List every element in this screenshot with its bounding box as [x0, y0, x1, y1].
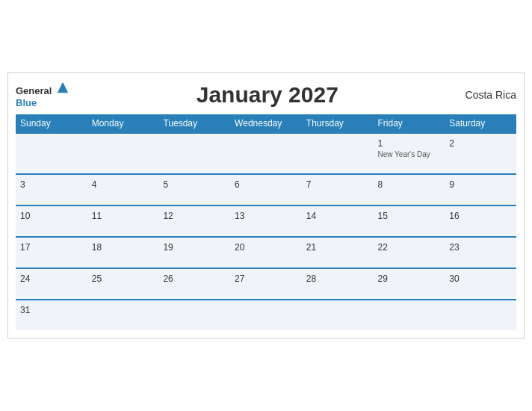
day-number: 4	[92, 179, 155, 190]
calendar-day-cell: 25	[87, 268, 159, 300]
svg-marker-0	[58, 82, 68, 93]
calendar-day-cell: 26	[158, 268, 230, 300]
calendar-day-cell	[302, 133, 374, 174]
calendar-week-row: 24252627282930	[16, 268, 516, 300]
calendar-day-cell: 1New Year's Day	[374, 133, 445, 174]
day-number: 12	[163, 211, 226, 221]
day-number: 27	[235, 274, 297, 284]
calendar-day-cell: 13	[230, 206, 302, 237]
calendar-day-cell: 19	[158, 237, 230, 268]
day-number: 25	[92, 274, 155, 284]
calendar-day-cell: 23	[445, 237, 516, 268]
calendar-day-cell: 6	[230, 174, 302, 206]
day-number: 29	[378, 274, 441, 284]
calendar-day-cell	[87, 300, 159, 330]
calendar-week-row: 31	[16, 300, 516, 330]
day-number: 16	[449, 211, 512, 221]
day-number: 1	[378, 138, 441, 149]
day-number: 26	[163, 274, 226, 284]
weekday-header-wednesday: Wednesday	[230, 114, 302, 133]
day-number: 20	[235, 242, 297, 253]
day-event: New Year's Day	[378, 150, 441, 158]
calendar-day-cell: 8	[374, 174, 445, 206]
calendar-day-cell: 21	[302, 237, 374, 268]
day-number: 7	[306, 179, 369, 190]
day-number: 2	[449, 138, 512, 149]
day-number: 3	[20, 179, 83, 190]
calendar-day-cell: 24	[16, 268, 87, 300]
calendar-grid: SundayMondayTuesdayWednesdayThursdayFrid…	[16, 114, 516, 330]
calendar-day-cell: 11	[87, 206, 159, 237]
logo-icon	[56, 81, 69, 94]
day-number: 23	[449, 242, 512, 253]
calendar-day-cell: 27	[230, 268, 302, 300]
weekday-header-thursday: Thursday	[302, 114, 374, 133]
day-number: 30	[449, 274, 512, 284]
calendar-day-cell: 15	[374, 206, 445, 237]
calendar-day-cell: 5	[158, 174, 230, 206]
calendar-day-cell: 9	[445, 174, 516, 206]
logo: General Blue	[16, 81, 69, 108]
calendar-day-cell: 18	[87, 237, 159, 268]
calendar-day-cell	[302, 300, 374, 330]
day-number: 14	[306, 211, 369, 221]
logo-blue-text: Blue	[16, 97, 37, 108]
country-label: Costa Rica	[466, 89, 516, 101]
weekday-header-saturday: Saturday	[445, 114, 516, 133]
calendar-day-cell: 10	[16, 206, 87, 237]
calendar-day-cell	[158, 133, 230, 174]
day-number: 22	[378, 242, 441, 253]
day-number: 15	[378, 211, 441, 221]
weekday-header-sunday: Sunday	[16, 114, 87, 133]
day-number: 11	[92, 211, 155, 221]
calendar-day-cell	[374, 300, 445, 330]
calendar-header: General Blue January 2027 Costa Rica	[16, 81, 516, 108]
calendar-container: General Blue January 2027 Costa Rica Sun…	[7, 72, 525, 339]
calendar-day-cell: 3	[16, 174, 87, 206]
calendar-week-row: 17181920212223	[16, 237, 516, 268]
day-number: 21	[306, 242, 369, 253]
day-number: 28	[306, 274, 369, 284]
weekday-header-tuesday: Tuesday	[158, 114, 230, 133]
calendar-day-cell	[16, 133, 87, 174]
day-number: 24	[20, 274, 83, 284]
calendar-week-row: 1New Year's Day2	[16, 133, 516, 174]
calendar-day-cell: 22	[374, 237, 445, 268]
calendar-day-cell	[445, 300, 516, 330]
calendar-day-cell: 17	[16, 237, 87, 268]
calendar-day-cell: 2	[445, 133, 516, 174]
calendar-day-cell: 16	[445, 206, 516, 237]
day-number: 5	[163, 179, 226, 190]
calendar-day-cell: 14	[302, 206, 374, 237]
calendar-day-cell: 28	[302, 268, 374, 300]
day-number: 6	[235, 179, 297, 190]
day-number: 8	[378, 179, 441, 190]
calendar-day-cell	[230, 133, 302, 174]
weekday-header-monday: Monday	[87, 114, 159, 133]
day-number: 18	[92, 242, 155, 253]
calendar-day-cell: 12	[158, 206, 230, 237]
calendar-day-cell: 20	[230, 237, 302, 268]
logo-general-text: General	[16, 85, 52, 96]
calendar-day-cell: 4	[87, 174, 159, 206]
calendar-day-cell: 29	[374, 268, 445, 300]
day-number: 17	[20, 242, 83, 253]
weekday-header-friday: Friday	[374, 114, 445, 133]
calendar-day-cell: 30	[445, 268, 516, 300]
calendar-week-row: 3456789	[16, 174, 516, 206]
calendar-day-cell	[230, 300, 302, 330]
day-number: 13	[235, 211, 297, 221]
calendar-day-cell: 7	[302, 174, 374, 206]
weekday-header-row: SundayMondayTuesdayWednesdayThursdayFrid…	[16, 114, 516, 133]
calendar-day-cell: 31	[16, 300, 87, 330]
day-number: 10	[20, 211, 83, 221]
calendar-title: January 2027	[197, 82, 338, 108]
day-number: 19	[163, 242, 226, 253]
calendar-day-cell	[158, 300, 230, 330]
day-number: 9	[449, 179, 512, 190]
day-number: 31	[20, 305, 83, 315]
calendar-week-row: 10111213141516	[16, 206, 516, 237]
calendar-day-cell	[87, 133, 159, 174]
